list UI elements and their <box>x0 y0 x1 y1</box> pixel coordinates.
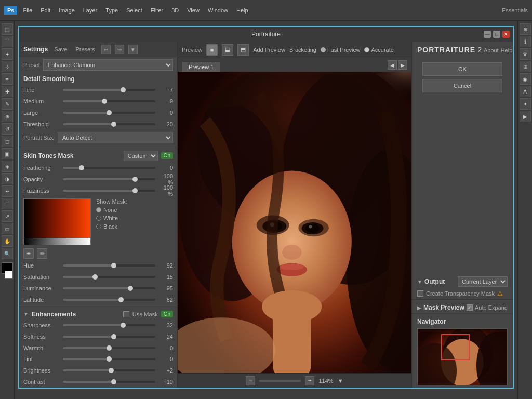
ps-menu-select[interactable]: Select <box>124 6 145 15</box>
ps-menu-type[interactable]: Type <box>103 6 121 15</box>
tool-text[interactable]: T <box>2 198 13 209</box>
close-button[interactable]: ✕ <box>502 31 510 38</box>
add-preview-button[interactable]: Add Preview <box>253 47 285 53</box>
mask-white-radio[interactable]: White <box>96 215 127 221</box>
tool-rectangle-select[interactable]: ⬚ <box>2 23 13 35</box>
saturation-thumb[interactable] <box>92 274 98 280</box>
contrast-thumb[interactable] <box>111 379 116 384</box>
rtool-2[interactable]: ℹ <box>520 36 531 47</box>
tool-eraser[interactable]: ◻ <box>2 136 13 147</box>
ps-menu-help[interactable]: Help <box>234 6 251 15</box>
tool-brush[interactable]: ✎ <box>2 98 13 110</box>
bracketing-button[interactable]: Bracketing <box>289 47 316 53</box>
cancel-button[interactable]: Cancel <box>422 79 502 92</box>
sharpness-thumb[interactable] <box>121 323 126 328</box>
preset-select[interactable]: Enhance: Glamour <box>43 59 173 71</box>
hue-thumb[interactable] <box>111 263 116 268</box>
eyedropper-add-button[interactable]: ✒ <box>23 248 34 259</box>
next-preview-button[interactable]: ▶ <box>398 60 407 70</box>
zoom-in-button[interactable]: + <box>305 376 314 385</box>
tool-zoom[interactable]: 🔍 <box>2 248 13 259</box>
preview-single-view-button[interactable]: ■ <box>206 44 218 56</box>
rtool-6[interactable]: A <box>520 86 531 97</box>
brightness-thumb[interactable] <box>109 368 114 373</box>
save-button[interactable]: Save <box>52 46 69 53</box>
ok-button[interactable]: OK <box>422 62 502 76</box>
tool-clone[interactable]: ⊕ <box>2 111 13 122</box>
fuzziness-thumb[interactable] <box>132 188 138 193</box>
ps-menu-view[interactable]: View <box>184 6 202 15</box>
tool-gradient[interactable]: ▣ <box>2 148 13 159</box>
enhancements-on-badge[interactable]: On <box>161 311 173 317</box>
tool-shape[interactable]: ▭ <box>2 223 13 234</box>
rtool-1[interactable]: ⊕ <box>520 23 531 35</box>
maximize-button[interactable]: □ <box>493 31 500 38</box>
use-mask-checkbox[interactable] <box>123 311 129 317</box>
softness-thumb[interactable] <box>111 334 116 339</box>
ps-menu-ps[interactable]: Ps <box>4 6 17 15</box>
ps-menu-edit[interactable]: Edit <box>38 6 53 15</box>
background-color[interactable] <box>5 271 13 279</box>
rtool-3[interactable]: ♛ <box>520 48 531 60</box>
fast-preview-radio[interactable]: Fast Preview <box>321 47 361 53</box>
ps-menu-window[interactable]: Window <box>205 6 231 15</box>
tool-dodge[interactable]: ◑ <box>2 173 13 184</box>
rtool-5[interactable]: ◉ <box>520 73 531 85</box>
rtool-7[interactable]: ✦ <box>520 98 531 110</box>
preview-split-view-button[interactable]: ⬓ <box>222 44 233 56</box>
ps-menu-image[interactable]: Image <box>56 6 77 15</box>
tool-lasso[interactable]: ⌒ <box>2 36 13 47</box>
tint-thumb[interactable] <box>107 356 112 362</box>
warmth-thumb[interactable] <box>107 345 112 351</box>
settings-dropdown-button[interactable]: ▼ <box>128 45 138 54</box>
latitude-thumb[interactable] <box>118 297 124 302</box>
transparency-checkbox[interactable] <box>417 290 423 297</box>
tool-blur[interactable]: ◈ <box>2 161 13 172</box>
threshold-thumb[interactable] <box>111 122 116 127</box>
undo-button[interactable]: ↩ <box>101 45 111 54</box>
tool-crop[interactable]: ⊹ <box>2 61 13 72</box>
preview-image-area[interactable] <box>178 72 411 373</box>
navigator-thumbnail[interactable] <box>417 328 508 385</box>
tool-heal[interactable]: ✚ <box>2 86 13 97</box>
prev-preview-button[interactable]: ◀ <box>388 60 397 70</box>
redo-button[interactable]: ↪ <box>115 45 124 54</box>
zoom-dropdown-button[interactable]: ▼ <box>338 378 343 384</box>
large-thumb[interactable] <box>107 110 112 115</box>
presets-button[interactable]: Presets <box>73 46 97 53</box>
color-swatch[interactable] <box>23 198 91 245</box>
tool-magic-wand[interactable]: ✦ <box>2 48 13 60</box>
zoom-slider[interactable] <box>259 380 301 382</box>
rtool-8[interactable]: ▶ <box>520 111 531 122</box>
tool-pen[interactable]: ✒ <box>2 185 13 197</box>
skin-preset-select[interactable]: Custom <box>124 151 158 161</box>
auto-expand-checkbox[interactable]: ✓ <box>467 304 473 311</box>
accurate-radio[interactable]: Accurate <box>364 47 393 53</box>
zoom-out-button[interactable]: − <box>246 376 255 385</box>
preview-dual-view-button[interactable]: ⬒ <box>237 44 249 56</box>
tool-hand[interactable]: ✋ <box>2 235 13 247</box>
fine-thumb[interactable] <box>121 87 126 92</box>
medium-thumb[interactable] <box>102 99 107 104</box>
ps-menu-file[interactable]: File <box>20 6 35 15</box>
eyedropper-remove-button[interactable]: ✏ <box>37 248 47 259</box>
luminance-thumb[interactable] <box>128 286 133 291</box>
minimize-button[interactable]: — <box>484 31 491 38</box>
mask-none-radio[interactable]: None <box>96 207 127 213</box>
help-button[interactable]: Help <box>501 47 513 54</box>
about-button[interactable]: About <box>484 47 499 54</box>
ps-menu-layer[interactable]: Layer <box>81 6 100 15</box>
ps-menu-3d[interactable]: 3D <box>169 6 181 15</box>
ps-menu-filter[interactable]: Filter <box>148 6 166 15</box>
mask-black-radio[interactable]: Black <box>96 223 127 230</box>
output-layer-select[interactable]: Current Layer <box>458 276 508 287</box>
preview-tab-1[interactable]: Preview 1 <box>182 62 220 72</box>
skin-tones-on-badge[interactable]: On <box>161 152 173 159</box>
rtool-4[interactable]: ⊞ <box>520 61 531 72</box>
tool-history-brush[interactable]: ↺ <box>2 123 13 135</box>
tool-path[interactable]: ↗ <box>2 210 13 222</box>
portrait-size-select[interactable]: Auto Detect <box>58 132 173 143</box>
feathering-thumb[interactable] <box>79 165 84 170</box>
opacity-thumb[interactable] <box>132 177 138 182</box>
tool-eyedropper[interactable]: ✒ <box>2 73 13 85</box>
